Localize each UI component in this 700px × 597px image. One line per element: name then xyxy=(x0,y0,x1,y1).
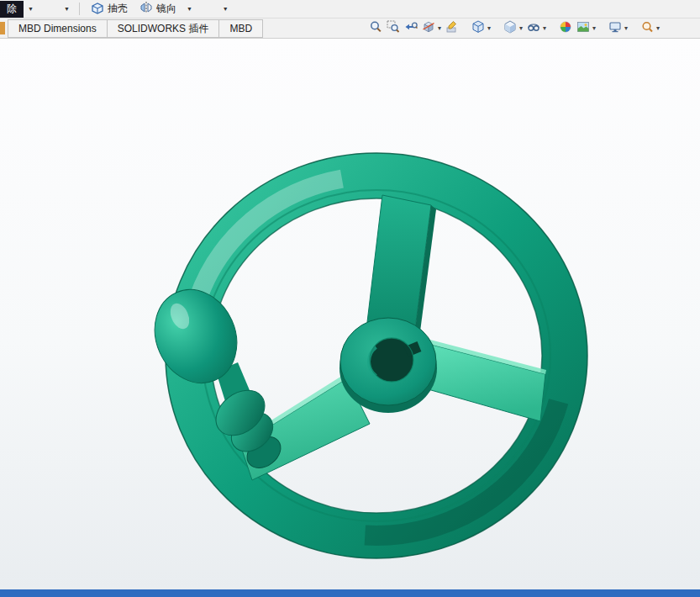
zoom-to-fit-button[interactable] xyxy=(367,19,384,38)
mirror-button-label: 镜向 xyxy=(156,2,176,16)
delete-button-label: 除 xyxy=(7,2,17,16)
pan-zoom-icon xyxy=(640,20,654,37)
apply-scene-button[interactable] xyxy=(575,19,592,38)
cropped-icon xyxy=(0,22,5,34)
view-orientation-caret[interactable]: ▾ xyxy=(487,24,491,32)
hide-show-items-button[interactable] xyxy=(525,19,542,38)
view-settings-icon xyxy=(608,20,622,37)
display-style-caret[interactable]: ▾ xyxy=(519,24,523,32)
hide-show-items-caret[interactable]: ▾ xyxy=(543,24,546,32)
tab-label: SOLIDWORKS 插件 xyxy=(118,23,209,34)
toolbar-dropdown-caret-1[interactable]: ▼ xyxy=(60,6,74,12)
command-toolbar: 除 ▼ ▼ 抽壳 镜向 ▼ ▼ xyxy=(0,0,700,18)
section-view-caret[interactable]: ▾ xyxy=(438,24,441,32)
edit-appearance-button[interactable] xyxy=(557,19,574,38)
zoom-to-area-icon xyxy=(387,20,400,37)
status-bar xyxy=(0,589,700,597)
3d-drawing-view-icon xyxy=(445,20,459,37)
pan-zoom-button[interactable] xyxy=(639,19,655,38)
view-settings-caret[interactable]: ▾ xyxy=(624,24,628,32)
previous-view-button[interactable] xyxy=(403,19,419,38)
heads-up-view-toolbar: ▾ ▾ xyxy=(367,18,661,38)
section-view-icon xyxy=(422,20,435,37)
delete-button[interactable]: 除 xyxy=(0,1,24,18)
toolbar-dropdown-caret-2[interactable]: ▼ xyxy=(182,6,197,12)
toolbar-dropdown-caret-3[interactable]: ▼ xyxy=(218,6,233,12)
zoom-to-area-button[interactable] xyxy=(385,19,402,38)
tab-label: MBD xyxy=(229,23,252,34)
spoke-upper[interactable] xyxy=(367,195,436,331)
graphics-area[interactable] xyxy=(0,39,700,589)
mirror-icon xyxy=(139,1,153,17)
tab-mbd-dimensions[interactable]: MBD Dimensions xyxy=(8,19,108,38)
section-view-button[interactable] xyxy=(420,19,437,38)
tab-label: MBD Dimensions xyxy=(18,23,97,34)
view-orientation-icon xyxy=(471,20,485,37)
handwheel-model[interactable] xyxy=(0,39,700,589)
commandmanager-tab-row: MBD Dimensions SOLIDWORKS 插件 MBD xyxy=(0,18,700,39)
apply-scene-caret[interactable]: ▾ xyxy=(592,24,596,32)
shell-icon xyxy=(91,1,104,17)
mirror-button[interactable]: 镜向 xyxy=(134,1,182,18)
shell-button[interactable]: 抽壳 xyxy=(85,1,134,18)
tab-mbd[interactable]: MBD xyxy=(219,19,263,38)
view-settings-button[interactable] xyxy=(607,19,624,38)
display-style-icon xyxy=(503,20,517,37)
delete-dropdown-caret[interactable]: ▼ xyxy=(24,6,38,12)
previous-view-icon xyxy=(404,20,418,37)
display-style-button[interactable] xyxy=(502,19,518,38)
edit-appearance-icon xyxy=(559,20,572,37)
zoom-to-fit-icon xyxy=(369,20,382,37)
hub[interactable] xyxy=(339,318,437,413)
hide-show-items-icon xyxy=(527,20,540,37)
3d-drawing-view-button[interactable] xyxy=(444,19,461,38)
apply-scene-icon xyxy=(576,20,590,37)
spoke-right[interactable] xyxy=(425,339,546,421)
tab-solidworks-addins[interactable]: SOLIDWORKS 插件 xyxy=(108,19,220,38)
shell-button-label: 抽壳 xyxy=(108,2,128,16)
view-orientation-button[interactable] xyxy=(470,19,487,38)
pan-zoom-caret[interactable]: ▾ xyxy=(656,24,660,32)
